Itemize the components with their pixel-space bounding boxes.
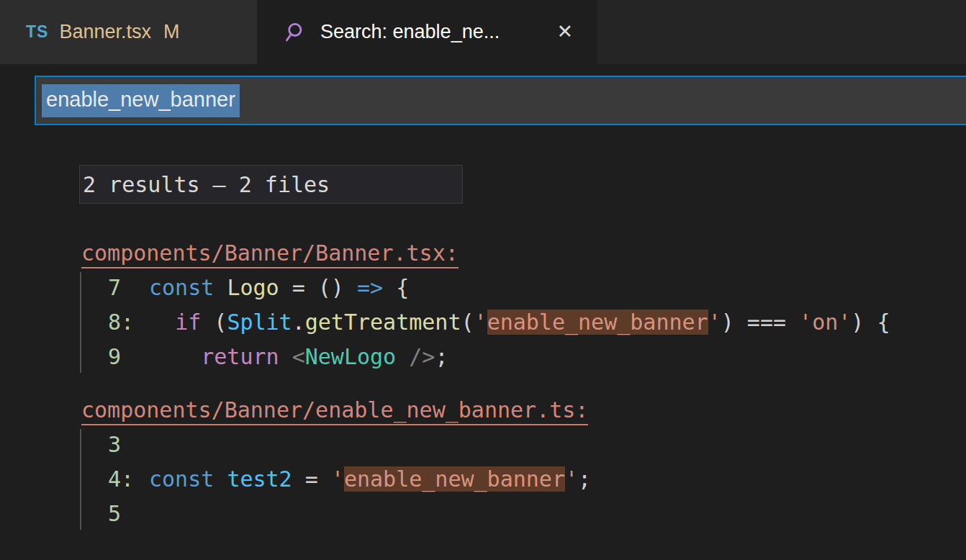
file-path-heading[interactable]: components/Banner/enable_new_banner.ts: [81, 393, 890, 428]
line-number: 7 [108, 271, 149, 305]
code-token: test2 [227, 466, 292, 492]
code-token: ( [461, 310, 474, 335]
code-text: const test2 = 'enable_new_banner'; [149, 462, 591, 497]
file-path-heading[interactable]: components/Banner/Banner.tsx: [81, 236, 890, 271]
code-token: getTreatment [305, 310, 461, 335]
code-token: if [175, 310, 201, 335]
results-summary-text: 2 results – 2 files [83, 172, 330, 197]
code-token [149, 310, 175, 335]
code-token: Logo [227, 275, 279, 300]
code-token: => [357, 275, 383, 300]
line-number: 8: [108, 305, 149, 340]
code-token: ' [331, 466, 344, 492]
code-token [149, 344, 201, 369]
code-token: ) === [721, 310, 799, 335]
tab-search-editor[interactable]: Search: enable_ne... ✕ [257, 0, 597, 64]
search-icon [283, 19, 309, 45]
result-line[interactable]: 5 [81, 497, 890, 531]
tab-label: Search: enable_ne... [320, 21, 500, 43]
code-token: = [292, 466, 331, 492]
indent-guide-line [80, 429, 81, 530]
search-results: components/Banner/Banner.tsx:7const Logo… [81, 236, 890, 531]
code-token: ' [708, 310, 721, 335]
code-token [214, 275, 227, 300]
code-token [214, 466, 227, 492]
line-number: 3 [108, 428, 149, 462]
code-token: Split [227, 310, 292, 335]
tab-banner-tsx[interactable]: TS Banner.tsx M [0, 0, 257, 64]
match-highlight: enable_new_banner [344, 466, 565, 492]
code-token: 'on' [799, 310, 851, 335]
result-line[interactable]: 7const Logo = () => { [81, 271, 890, 305]
code-token: /> [396, 344, 435, 369]
code-token: const [149, 466, 214, 492]
file-path-text: components/Banner/enable_new_banner.ts: [81, 397, 588, 425]
code-token: NewLogo [305, 344, 396, 369]
code-token: ' [474, 310, 487, 335]
results-summary: 2 results – 2 files [79, 165, 463, 204]
tab-label: Banner.tsx [59, 21, 151, 43]
file-path-text: components/Banner/Banner.tsx: [81, 240, 459, 268]
line-number: 5 [108, 497, 149, 531]
search-query-input[interactable]: enable_new_banner [35, 76, 966, 125]
code-text: if (Split.getTreatment('enable_new_banne… [149, 305, 890, 340]
result-line[interactable]: 8: if (Split.getTreatment('enable_new_ba… [81, 305, 890, 340]
code-text: return <NewLogo />; [149, 340, 448, 374]
typescript-file-icon: TS [26, 22, 48, 42]
close-icon[interactable]: ✕ [554, 19, 576, 45]
vscode-window: TS Banner.tsx M Search: enable_ne... ✕ e… [0, 0, 966, 560]
code-token: ( [201, 310, 227, 335]
result-line[interactable]: 4:const test2 = 'enable_new_banner'; [81, 462, 890, 497]
code-token: . [292, 310, 305, 335]
editor-tab-bar: TS Banner.tsx M Search: enable_ne... ✕ [0, 0, 966, 64]
line-number: 4: [108, 462, 149, 497]
match-highlight: enable_new_banner [487, 310, 708, 335]
selected-query-text: enable_new_banner [42, 84, 240, 117]
code-token: < [292, 344, 305, 369]
file-result-block: components/Banner/Banner.tsx:7const Logo… [81, 236, 890, 374]
modified-badge: M [163, 21, 180, 43]
code-token: ; [578, 466, 591, 492]
code-token: { [383, 275, 409, 300]
file-result-block: components/Banner/enable_new_banner.ts:3… [81, 393, 890, 531]
code-text: const Logo = () => { [149, 271, 409, 305]
line-number: 9 [108, 340, 149, 374]
code-token: ' [565, 466, 578, 492]
code-token: return [201, 344, 279, 369]
code-token: ) { [851, 310, 890, 335]
code-token: = () [279, 275, 357, 300]
result-line[interactable]: 3 [81, 428, 890, 462]
code-token: ; [435, 344, 448, 369]
indent-guide-line [80, 272, 81, 373]
result-line[interactable]: 9 return <NewLogo />; [81, 340, 890, 374]
code-token [279, 344, 292, 369]
code-token: const [149, 275, 214, 300]
